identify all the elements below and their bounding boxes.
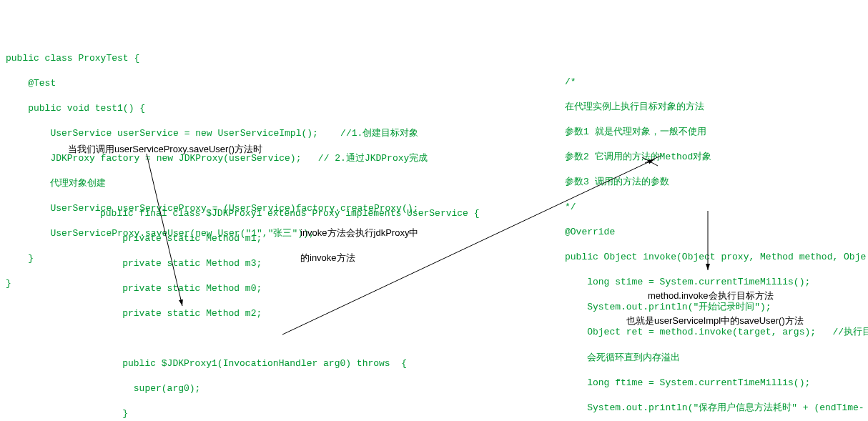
code-line: private static Method m0; <box>100 283 262 294</box>
code-line: @Test <box>6 78 56 89</box>
annotation-call-saveuser: 当我们调用userServiceProxy.saveUser()方法时 <box>68 143 262 156</box>
code-line: 代理对象创建 <box>6 178 106 189</box>
code-line: } <box>100 408 128 419</box>
code-line: } <box>6 253 34 264</box>
annotation-line: 的invoke方法 <box>300 252 355 263</box>
annotation-invoke-jdkproxy: invoke方法会执行jdkProxy中 的invoke方法 <box>300 214 418 264</box>
code-block-jdkproxy1: public final class $JDKProxy1 extends Pr… <box>100 194 480 421</box>
code-line: public final class $JDKProxy1 extends Pr… <box>100 208 480 219</box>
code-line: System.out.println("保存用户信息方法耗时" + (endTi… <box>565 402 864 413</box>
code-line: 在代理实例上执行目标对象的方法 <box>565 101 704 112</box>
code-line: super(arg0); <box>100 383 200 394</box>
code-line: 参数2 它调用的方法的Method对象 <box>565 152 711 162</box>
code-line: } <box>6 278 11 289</box>
code-line: private static Method m1; <box>100 233 262 244</box>
code-line: 参数1 就是代理对象，一般不使用 <box>565 127 706 137</box>
code-line: public void test1() { <box>6 103 145 114</box>
code-line: private static Method m2; <box>100 308 262 319</box>
code-line: /* <box>565 76 576 87</box>
code-line: @Override <box>565 227 615 237</box>
code-line: 会死循环直到内存溢出 <box>565 352 680 363</box>
annotation-line: method.invoke会执行目标方法 <box>648 290 774 301</box>
code-line: 参数3 调用的方法的参数 <box>565 177 669 187</box>
annotation-line: 也就是userServiceImpl中的saveUser()方法 <box>626 315 804 326</box>
code-block-invocationhandler: /* 在代理实例上执行目标对象的方法 参数1 就是代理对象，一般不使用 参数2 … <box>565 63 868 421</box>
code-line: public class ProxyTest { <box>6 53 139 64</box>
code-line: private static Method m3; <box>100 258 262 269</box>
code-line: UserService userService = new UserServic… <box>6 128 418 139</box>
code-line: public Object invoke(Object proxy, Metho… <box>565 252 866 262</box>
code-line: Object ret = method.invoke(target, args)… <box>565 327 868 337</box>
annotation-method-invoke-target: method.invoke会执行目标方法 也就是userServiceImpl中… <box>648 277 825 327</box>
code-line: public $JDKProxy1(InvocationHandler arg0… <box>100 358 407 369</box>
annotation-line: invoke方法会执行jdkProxy中 <box>300 227 418 238</box>
code-line: long ftime = System.currentTimeMillis(); <box>565 377 810 388</box>
code-line: */ <box>565 202 576 212</box>
